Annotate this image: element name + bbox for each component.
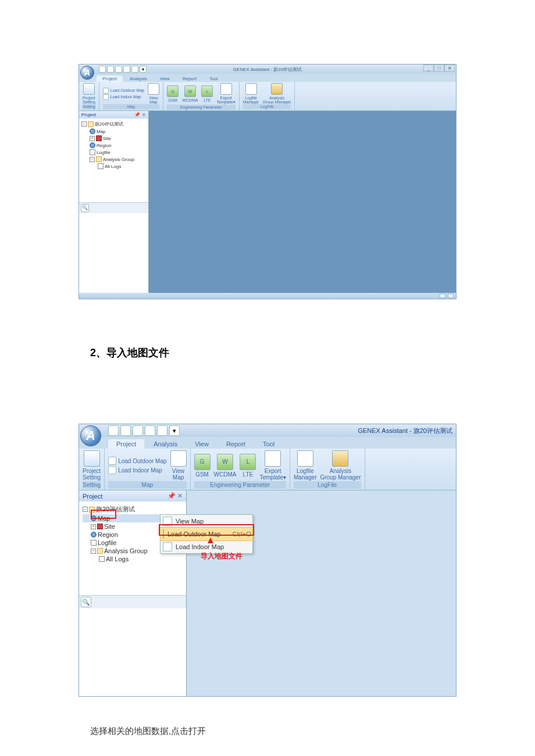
pin-icon[interactable]: 📌 — [134, 112, 140, 117]
callout-arrow — [208, 538, 213, 543]
context-menu-view-map[interactable]: View Map — [160, 515, 252, 528]
qat-btn5-icon[interactable] — [157, 425, 167, 436]
lte-button[interactable]: LLTE — [240, 454, 256, 478]
tab-report[interactable]: Report — [218, 439, 254, 449]
statusbar — [79, 293, 456, 299]
outdoor-map-icon — [103, 88, 109, 94]
tab-analysis[interactable]: Analysis — [124, 76, 153, 82]
tree-all-logs[interactable]: All Logs — [83, 555, 183, 563]
view-map-icon — [170, 450, 187, 467]
context-menu-load-outdoor-map[interactable]: Load Outdoor MapCtrl+O — [160, 527, 253, 541]
window-title: GENEX Assistant - 旗20评估测试 — [358, 427, 452, 435]
qat-more-icon[interactable]: ▾ — [169, 425, 180, 436]
tree-root[interactable]: −旗20评估测试 — [83, 504, 183, 514]
logfile-manager-button[interactable]: Logfile Manager — [294, 450, 316, 481]
qat-new-icon[interactable] — [108, 425, 119, 436]
lte-icon: L — [201, 85, 213, 97]
app-orb[interactable]: A — [80, 425, 101, 446]
analysis-group-manager-button[interactable]: Analysis Group Manager — [262, 83, 291, 104]
qat-save-icon[interactable] — [115, 66, 122, 73]
tree-analysis-group[interactable]: −Analysis Group — [81, 156, 146, 163]
close-button[interactable]: ✕ — [444, 65, 455, 71]
tree-map[interactable]: Map — [81, 128, 146, 135]
minimize-button[interactable]: _ — [423, 65, 434, 71]
wcdma-button[interactable]: WWCDMA — [182, 85, 198, 102]
region-icon — [90, 142, 95, 148]
tab-analysis[interactable]: Analysis — [145, 439, 186, 449]
pin-icon[interactable]: 📌 — [167, 492, 176, 500]
tree-root[interactable]: −旗20评估测试 — [81, 120, 146, 128]
view-map-button[interactable]: View Map — [148, 83, 159, 104]
indoor-map-icon — [163, 542, 172, 551]
quick-access-toolbar: ▾ — [108, 425, 180, 436]
qat-btn4-icon[interactable] — [145, 425, 155, 436]
sidebar-header: Project 📌✕ — [79, 111, 148, 119]
qat-btn4-icon[interactable] — [123, 66, 130, 73]
tree-all-logs[interactable]: All Logs — [81, 163, 146, 170]
load-indoor-map-link[interactable]: Load Indoor Map — [103, 94, 144, 100]
ribbon-group-logfile: Logfile Manager Analysis Group Manager L… — [290, 449, 365, 490]
ribbon-tabs: Project Analysis View Report Tool — [108, 437, 456, 449]
ribbon-group-logfile: Logfile Manager Analysis Group Manager L… — [240, 82, 295, 110]
lte-button[interactable]: LLTE — [201, 85, 213, 102]
tab-view[interactable]: View — [154, 76, 176, 82]
maximize-button[interactable]: □ — [434, 65, 444, 71]
qat-new-icon[interactable] — [99, 66, 106, 73]
search-button[interactable]: 🔍 — [81, 597, 91, 607]
tree-site[interactable]: +Site — [81, 135, 146, 142]
tab-view[interactable]: View — [187, 439, 217, 449]
export-template-button[interactable]: Export Template▾ — [259, 450, 286, 481]
export-template-button[interactable]: Export Template▾ — [216, 83, 235, 105]
app-orb[interactable]: A — [80, 66, 94, 80]
gsm-button[interactable]: GGSM — [167, 85, 179, 102]
tab-project[interactable]: Project — [97, 76, 123, 82]
analysis-group-manager-icon — [271, 83, 283, 95]
quick-access-toolbar: ▾ — [99, 66, 147, 73]
qat-open-icon[interactable] — [120, 425, 131, 436]
tab-project[interactable]: Project — [108, 439, 144, 449]
folder-icon — [96, 156, 102, 162]
qat-open-icon[interactable] — [107, 66, 114, 73]
wcdma-button[interactable]: WWCDMA — [214, 454, 237, 478]
load-outdoor-map-link[interactable]: Load Outdoor Map — [103, 88, 144, 94]
tree-logfile[interactable]: Logfile — [81, 149, 146, 156]
project-setting-button[interactable]: Project Setting — [83, 450, 101, 481]
outdoor-map-icon — [163, 529, 164, 539]
analysis-group-manager-icon — [332, 450, 348, 467]
context-menu: View Map Load Outdoor MapCtrl+O Load Ind… — [160, 514, 253, 554]
ribbon-group-eng-param: GGSM WWCDMA LLTE Export Template▾ Engine… — [191, 449, 290, 490]
qat-more-icon[interactable]: ▾ — [140, 66, 147, 73]
load-indoor-map-link[interactable]: Load Indoor Map — [108, 466, 166, 474]
close-panel-icon[interactable]: ✕ — [142, 112, 146, 117]
qat-save-icon[interactable] — [133, 425, 143, 436]
project-icon — [89, 507, 95, 513]
tree-region[interactable]: Region — [81, 142, 146, 149]
lte-icon: L — [240, 454, 256, 470]
tab-tool[interactable]: Tool — [204, 76, 224, 82]
qat-btn5-icon[interactable] — [131, 66, 138, 73]
logfile-manager-icon — [245, 83, 257, 95]
project-icon — [88, 121, 94, 127]
search-button[interactable]: 🔍 — [81, 204, 89, 212]
tab-tool[interactable]: Tool — [255, 439, 283, 449]
status-ctl-2[interactable] — [448, 293, 454, 298]
status-ctl-1[interactable] — [440, 293, 445, 298]
close-panel-icon[interactable]: ✕ — [177, 492, 183, 500]
wcdma-icon: W — [217, 454, 233, 470]
region-icon — [91, 532, 97, 538]
body-text: 选择相关的地图数据,点击打开 — [90, 726, 535, 737]
logfile-icon — [90, 149, 95, 155]
analysis-group-manager-button[interactable]: Analysis Group Manager — [320, 450, 361, 481]
indoor-map-icon — [103, 94, 109, 100]
wcdma-icon: W — [184, 85, 196, 97]
search-row: 🔍 — [79, 202, 148, 213]
view-map-button[interactable]: View Map — [170, 450, 187, 481]
gsm-button[interactable]: GGSM — [194, 454, 211, 478]
logfile-manager-button[interactable]: Logfile Manager — [243, 83, 259, 104]
globe-icon — [90, 128, 95, 134]
project-setting-button[interactable]: Project Setting — [83, 83, 95, 104]
gsm-icon: G — [167, 85, 179, 97]
load-outdoor-map-link[interactable]: Load Outdoor Map — [108, 457, 166, 465]
ribbon-group-eng-param: GGSM WWCDMA LLTE Export Template▾ Engine… — [163, 82, 240, 110]
tab-report[interactable]: Report — [177, 76, 202, 82]
